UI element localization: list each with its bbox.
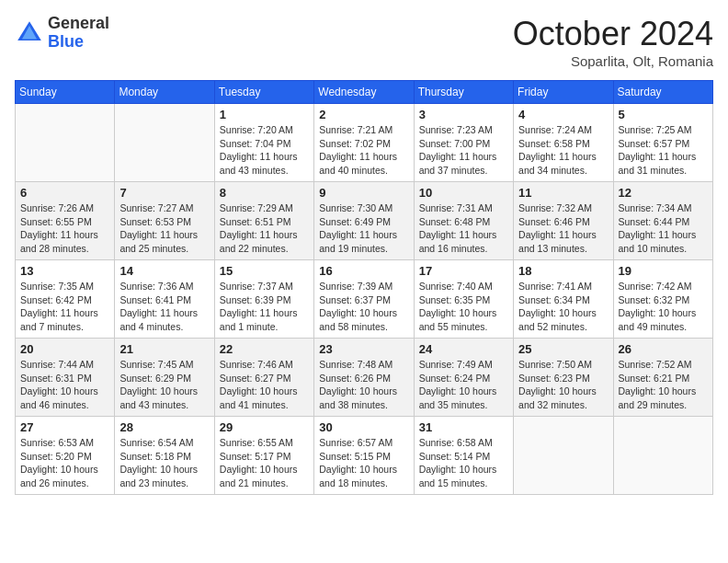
day-number: 31 [419,420,508,434]
day-info: Sunrise: 7:52 AMSunset: 6:21 PMDaylight:… [619,358,708,412]
day-info: Sunrise: 6:53 AMSunset: 5:20 PMDaylight:… [20,436,109,490]
calendar-cell: 11Sunrise: 7:32 AMSunset: 6:46 PMDayligh… [514,182,613,260]
calendar-cell: 13Sunrise: 7:35 AMSunset: 6:42 PMDayligh… [16,260,115,339]
day-number: 4 [518,108,608,121]
day-number: 23 [319,342,408,356]
calendar-cell: 29Sunrise: 6:55 AMSunset: 5:17 PMDayligh… [214,417,313,495]
day-number: 3 [419,108,508,121]
day-number: 17 [419,264,508,278]
day-info: Sunrise: 7:40 AMSunset: 6:35 PMDaylight:… [419,280,508,334]
day-info: Sunrise: 7:36 AMSunset: 6:41 PMDaylight:… [119,280,209,334]
logo-blue: Blue [48,33,109,52]
day-number: 25 [518,342,608,356]
day-info: Sunrise: 7:49 AMSunset: 6:24 PMDaylight:… [419,358,508,412]
day-number: 12 [619,186,708,200]
week-row-4: 27Sunrise: 6:53 AMSunset: 5:20 PMDayligh… [16,417,713,495]
day-info: Sunrise: 6:55 AMSunset: 5:17 PMDaylight:… [220,436,309,490]
day-number: 20 [20,342,109,356]
calendar-cell: 2Sunrise: 7:21 AMSunset: 7:02 PMDaylight… [314,104,414,182]
logo-icon [15,18,44,48]
day-number: 10 [419,186,508,200]
day-info: Sunrise: 7:37 AMSunset: 6:39 PMDaylight:… [220,280,309,334]
day-number: 13 [20,264,109,278]
day-number: 14 [119,264,209,278]
week-row-2: 13Sunrise: 7:35 AMSunset: 6:42 PMDayligh… [16,260,713,339]
page-header: General Blue October 2024 Soparlita, Olt… [15,15,713,69]
day-info: Sunrise: 7:32 AMSunset: 6:46 PMDaylight:… [518,201,608,256]
calendar-cell: 1Sunrise: 7:20 AMSunset: 7:04 PMDaylight… [214,104,313,182]
calendar-cell: 10Sunrise: 7:31 AMSunset: 6:48 PMDayligh… [414,182,513,260]
day-info: Sunrise: 7:24 AMSunset: 6:58 PMDaylight:… [518,123,608,178]
header-friday: Friday [514,81,613,104]
header-saturday: Saturday [613,81,712,104]
calendar-cell: 28Sunrise: 6:54 AMSunset: 5:18 PMDayligh… [115,417,214,495]
day-info: Sunrise: 7:34 AMSunset: 6:44 PMDaylight:… [619,201,708,256]
day-info: Sunrise: 7:26 AMSunset: 6:55 PMDaylight:… [20,201,109,256]
day-info: Sunrise: 7:39 AMSunset: 6:37 PMDaylight:… [319,280,408,334]
location: Soparlita, Olt, Romania [513,53,713,69]
day-number: 22 [220,342,309,356]
day-number: 26 [619,342,708,356]
header-tuesday: Tuesday [214,81,313,104]
header-wednesday: Wednesday [314,81,414,104]
day-info: Sunrise: 6:58 AMSunset: 5:14 PMDaylight:… [419,436,508,490]
day-number: 19 [619,264,708,278]
day-info: Sunrise: 7:20 AMSunset: 7:04 PMDaylight:… [220,123,309,178]
day-number: 15 [220,264,309,278]
calendar-cell: 6Sunrise: 7:26 AMSunset: 6:55 PMDaylight… [16,182,115,260]
day-number: 9 [319,186,408,200]
day-info: Sunrise: 7:45 AMSunset: 6:29 PMDaylight:… [119,358,209,412]
day-info: Sunrise: 7:25 AMSunset: 6:57 PMDaylight:… [619,123,708,178]
calendar-cell: 18Sunrise: 7:41 AMSunset: 6:34 PMDayligh… [514,260,613,339]
calendar-cell: 22Sunrise: 7:46 AMSunset: 6:27 PMDayligh… [214,339,313,417]
calendar-cell: 14Sunrise: 7:36 AMSunset: 6:41 PMDayligh… [115,260,214,339]
title-block: October 2024 Soparlita, Olt, Romania [513,15,713,69]
calendar-cell: 7Sunrise: 7:27 AMSunset: 6:53 PMDaylight… [115,182,214,260]
calendar-cell [514,417,613,495]
day-info: Sunrise: 7:31 AMSunset: 6:48 PMDaylight:… [419,201,508,256]
day-info: Sunrise: 7:42 AMSunset: 6:32 PMDaylight:… [619,280,708,334]
calendar-cell: 20Sunrise: 7:44 AMSunset: 6:31 PMDayligh… [16,339,115,417]
day-number: 11 [518,186,608,200]
day-info: Sunrise: 7:23 AMSunset: 7:00 PMDaylight:… [419,123,508,178]
week-row-0: 1Sunrise: 7:20 AMSunset: 7:04 PMDaylight… [16,104,713,182]
calendar-cell: 25Sunrise: 7:50 AMSunset: 6:23 PMDayligh… [514,339,613,417]
header-monday: Monday [115,81,214,104]
day-info: Sunrise: 7:50 AMSunset: 6:23 PMDaylight:… [518,358,608,412]
calendar-table: SundayMondayTuesdayWednesdayThursdayFrid… [15,80,713,495]
header-thursday: Thursday [414,81,513,104]
header-sunday: Sunday [16,81,115,104]
calendar-cell: 26Sunrise: 7:52 AMSunset: 6:21 PMDayligh… [613,339,712,417]
day-info: Sunrise: 7:41 AMSunset: 6:34 PMDaylight:… [518,280,608,334]
calendar-cell: 12Sunrise: 7:34 AMSunset: 6:44 PMDayligh… [613,182,712,260]
logo-general: General [48,15,109,33]
day-number: 2 [319,108,408,121]
day-info: Sunrise: 6:54 AMSunset: 5:18 PMDaylight:… [119,436,209,490]
calendar-cell: 15Sunrise: 7:37 AMSunset: 6:39 PMDayligh… [214,260,313,339]
day-number: 6 [20,186,109,200]
calendar-cell: 30Sunrise: 6:57 AMSunset: 5:15 PMDayligh… [314,417,414,495]
calendar-cell: 3Sunrise: 7:23 AMSunset: 7:00 PMDaylight… [414,104,513,182]
day-number: 1 [220,108,309,121]
day-info: Sunrise: 6:57 AMSunset: 5:15 PMDaylight:… [319,436,408,490]
calendar-cell: 31Sunrise: 6:58 AMSunset: 5:14 PMDayligh… [414,417,513,495]
logo: General Blue [15,15,109,52]
calendar-cell: 17Sunrise: 7:40 AMSunset: 6:35 PMDayligh… [414,260,513,339]
day-number: 18 [518,264,608,278]
calendar-cell: 24Sunrise: 7:49 AMSunset: 6:24 PMDayligh… [414,339,513,417]
day-number: 28 [119,420,209,434]
day-number: 8 [220,186,309,200]
day-number: 5 [619,108,708,121]
day-info: Sunrise: 7:29 AMSunset: 6:51 PMDaylight:… [220,201,309,256]
calendar-cell [16,104,115,182]
week-row-3: 20Sunrise: 7:44 AMSunset: 6:31 PMDayligh… [16,339,713,417]
day-number: 7 [119,186,209,200]
week-row-1: 6Sunrise: 7:26 AMSunset: 6:55 PMDaylight… [16,182,713,260]
header-row: SundayMondayTuesdayWednesdayThursdayFrid… [16,81,713,104]
day-number: 21 [119,342,209,356]
day-info: Sunrise: 7:27 AMSunset: 6:53 PMDaylight:… [119,201,209,256]
day-info: Sunrise: 7:30 AMSunset: 6:49 PMDaylight:… [319,201,408,256]
calendar-cell: 8Sunrise: 7:29 AMSunset: 6:51 PMDaylight… [214,182,313,260]
calendar-cell: 21Sunrise: 7:45 AMSunset: 6:29 PMDayligh… [115,339,214,417]
day-number: 16 [319,264,408,278]
